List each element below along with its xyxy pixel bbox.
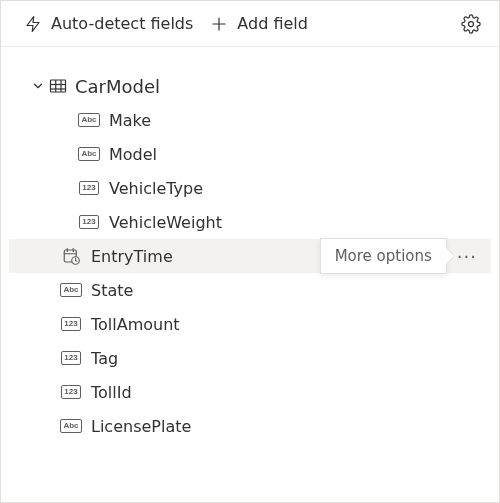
field-row[interactable]: 123VehicleType (9, 171, 491, 205)
more-options-button[interactable]: ··· (453, 244, 481, 269)
field-row[interactable]: 123Tag (9, 341, 491, 375)
auto-detect-label: Auto-detect fields (51, 14, 193, 33)
field-label: LicensePlate (91, 417, 191, 436)
svg-rect-4 (51, 80, 66, 92)
number-type-icon: 123 (61, 385, 81, 399)
field-row[interactable]: AbcModel (9, 137, 491, 171)
field-label: Make (109, 111, 151, 130)
entity-node[interactable]: CarModel (9, 69, 491, 103)
field-label: Model (109, 145, 157, 164)
lightning-icon (23, 14, 43, 34)
field-row[interactable]: EntryTimeMore options··· (9, 239, 491, 273)
field-label: EntryTime (91, 247, 173, 266)
table-icon (47, 78, 69, 94)
plus-icon (209, 14, 229, 34)
gear-icon (461, 14, 481, 34)
add-field-label: Add field (237, 14, 308, 33)
number-type-icon: 123 (79, 181, 99, 195)
auto-detect-fields-button[interactable]: Auto-detect fields (15, 10, 201, 38)
toolbar: Auto-detect fields Add field (1, 1, 499, 47)
text-type-icon: Abc (60, 283, 81, 297)
number-type-icon: 123 (61, 351, 81, 365)
field-label: State (91, 281, 133, 300)
svg-point-3 (469, 21, 474, 26)
entity-label: CarModel (75, 76, 160, 97)
number-type-icon: 123 (61, 317, 81, 331)
field-label: TollAmount (91, 315, 180, 334)
more-options-tooltip: More options (320, 238, 447, 274)
field-row[interactable]: 123TollId (9, 375, 491, 409)
text-type-icon: Abc (78, 147, 99, 161)
field-label: TollId (91, 383, 132, 402)
field-row[interactable]: 123VehicleWeight (9, 205, 491, 239)
field-label: Tag (91, 349, 118, 368)
field-row[interactable]: AbcState (9, 273, 491, 307)
field-label: VehicleType (109, 179, 203, 198)
fields-tree: CarModel AbcMakeAbcModel123VehicleType12… (1, 47, 499, 451)
chevron-down-icon (29, 79, 47, 93)
svg-marker-0 (27, 16, 39, 31)
field-row[interactable]: AbcLicensePlate (9, 409, 491, 443)
text-type-icon: Abc (78, 113, 99, 127)
datetime-type-icon (61, 247, 81, 265)
field-label: VehicleWeight (109, 213, 222, 232)
settings-button[interactable] (457, 10, 485, 38)
text-type-icon: Abc (60, 419, 81, 433)
number-type-icon: 123 (79, 215, 99, 229)
field-row[interactable]: 123TollAmount (9, 307, 491, 341)
field-row[interactable]: AbcMake (9, 103, 491, 137)
add-field-button[interactable]: Add field (201, 10, 316, 38)
